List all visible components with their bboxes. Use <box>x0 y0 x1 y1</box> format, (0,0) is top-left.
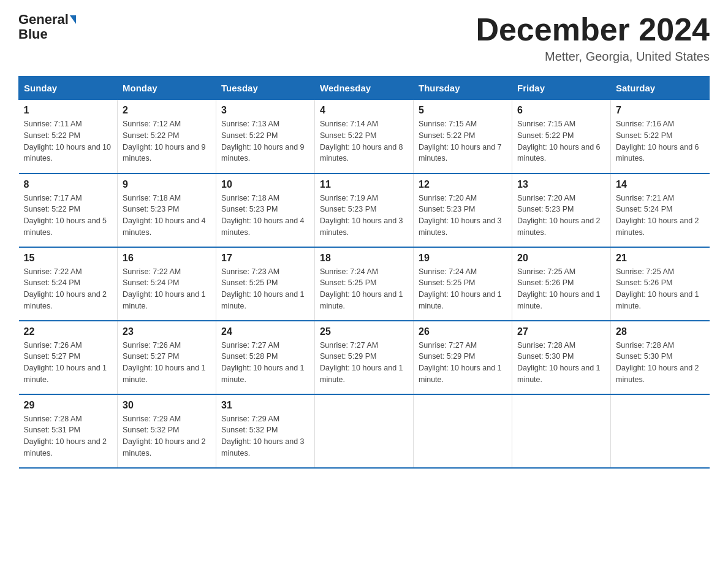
day-cell: 19 Sunrise: 7:24 AMSunset: 5:25 PMDaylig… <box>414 247 512 321</box>
day-cell: 11 Sunrise: 7:19 AMSunset: 5:23 PMDaylig… <box>315 174 414 247</box>
day-info: Sunrise: 7:29 AMSunset: 5:32 PMDaylight:… <box>123 415 206 458</box>
day-number: 1 <box>24 105 113 116</box>
day-cell: 21 Sunrise: 7:25 AMSunset: 5:26 PMDaylig… <box>611 247 710 321</box>
day-info: Sunrise: 7:26 AMSunset: 5:27 PMDaylight:… <box>123 341 206 384</box>
day-cell <box>611 394 710 468</box>
day-cell: 20 Sunrise: 7:25 AMSunset: 5:26 PMDaylig… <box>512 247 611 321</box>
day-number: 30 <box>123 400 211 411</box>
day-info: Sunrise: 7:28 AMSunset: 5:30 PMDaylight:… <box>616 341 699 384</box>
calendar-table: SundayMondayTuesdayWednesdayThursdayFrid… <box>18 76 710 469</box>
day-number: 18 <box>320 253 408 264</box>
day-info: Sunrise: 7:18 AMSunset: 5:23 PMDaylight:… <box>123 194 206 237</box>
day-info: Sunrise: 7:12 AMSunset: 5:22 PMDaylight:… <box>123 120 206 163</box>
day-info: Sunrise: 7:13 AMSunset: 5:22 PMDaylight:… <box>221 120 305 163</box>
header-wednesday: Wednesday <box>315 77 414 100</box>
logo-blue: Blue <box>18 27 48 42</box>
day-cell: 3 Sunrise: 7:13 AMSunset: 5:22 PMDayligh… <box>216 100 315 174</box>
day-number: 8 <box>24 179 113 190</box>
day-number: 21 <box>616 253 705 264</box>
day-number: 17 <box>221 253 309 264</box>
day-cell: 22 Sunrise: 7:26 AMSunset: 5:27 PMDaylig… <box>19 321 118 394</box>
day-cell: 15 Sunrise: 7:22 AMSunset: 5:24 PMDaylig… <box>19 247 118 321</box>
day-cell: 6 Sunrise: 7:15 AMSunset: 5:22 PMDayligh… <box>512 100 611 174</box>
day-number: 22 <box>24 326 113 337</box>
day-number: 11 <box>320 179 408 190</box>
logo-triangle-icon <box>70 15 76 24</box>
day-number: 14 <box>616 179 705 190</box>
day-info: Sunrise: 7:28 AMSunset: 5:30 PMDaylight:… <box>517 341 601 384</box>
day-info: Sunrise: 7:23 AMSunset: 5:25 PMDaylight:… <box>221 267 305 310</box>
day-number: 31 <box>221 400 309 411</box>
day-cell: 28 Sunrise: 7:28 AMSunset: 5:30 PMDaylig… <box>611 321 710 394</box>
week-row-2: 8 Sunrise: 7:17 AMSunset: 5:22 PMDayligh… <box>19 174 710 247</box>
day-cell: 17 Sunrise: 7:23 AMSunset: 5:25 PMDaylig… <box>216 247 315 321</box>
day-cell: 13 Sunrise: 7:20 AMSunset: 5:23 PMDaylig… <box>512 174 611 247</box>
day-info: Sunrise: 7:26 AMSunset: 5:27 PMDaylight:… <box>24 341 107 384</box>
day-number: 10 <box>221 179 309 190</box>
location-title: Metter, Georgia, United States <box>476 50 710 64</box>
day-number: 24 <box>221 326 309 337</box>
day-info: Sunrise: 7:27 AMSunset: 5:29 PMDaylight:… <box>320 341 403 384</box>
logo: General Blue <box>18 12 76 42</box>
day-cell: 2 Sunrise: 7:12 AMSunset: 5:22 PMDayligh… <box>118 100 216 174</box>
title-area: December 2024 Metter, Georgia, United St… <box>476 12 710 64</box>
day-info: Sunrise: 7:27 AMSunset: 5:28 PMDaylight:… <box>221 341 305 384</box>
day-number: 4 <box>320 105 408 116</box>
day-cell: 8 Sunrise: 7:17 AMSunset: 5:22 PMDayligh… <box>19 174 118 247</box>
header-sunday: Sunday <box>19 77 118 100</box>
day-cell: 12 Sunrise: 7:20 AMSunset: 5:23 PMDaylig… <box>414 174 512 247</box>
day-info: Sunrise: 7:21 AMSunset: 5:24 PMDaylight:… <box>616 194 699 237</box>
day-number: 3 <box>221 105 309 116</box>
day-info: Sunrise: 7:16 AMSunset: 5:22 PMDaylight:… <box>616 120 699 163</box>
day-cell: 23 Sunrise: 7:26 AMSunset: 5:27 PMDaylig… <box>118 321 216 394</box>
day-number: 28 <box>616 326 705 337</box>
day-number: 12 <box>419 179 507 190</box>
day-number: 13 <box>517 179 605 190</box>
day-number: 23 <box>123 326 211 337</box>
day-number: 25 <box>320 326 408 337</box>
day-cell: 26 Sunrise: 7:27 AMSunset: 5:29 PMDaylig… <box>414 321 512 394</box>
day-number: 9 <box>123 179 211 190</box>
day-number: 26 <box>419 326 507 337</box>
day-cell: 18 Sunrise: 7:24 AMSunset: 5:25 PMDaylig… <box>315 247 414 321</box>
header-friday: Friday <box>512 77 611 100</box>
day-number: 29 <box>24 400 113 411</box>
header-saturday: Saturday <box>611 77 710 100</box>
day-cell <box>512 394 611 468</box>
day-cell <box>315 394 414 468</box>
day-info: Sunrise: 7:20 AMSunset: 5:23 PMDaylight:… <box>517 194 601 237</box>
day-number: 20 <box>517 253 605 264</box>
day-number: 6 <box>517 105 605 116</box>
day-cell: 9 Sunrise: 7:18 AMSunset: 5:23 PMDayligh… <box>118 174 216 247</box>
day-info: Sunrise: 7:29 AMSunset: 5:32 PMDaylight:… <box>221 415 305 458</box>
day-info: Sunrise: 7:24 AMSunset: 5:25 PMDaylight:… <box>419 267 502 310</box>
day-info: Sunrise: 7:17 AMSunset: 5:22 PMDaylight:… <box>24 194 107 237</box>
week-row-5: 29 Sunrise: 7:28 AMSunset: 5:31 PMDaylig… <box>19 394 710 468</box>
header-row: SundayMondayTuesdayWednesdayThursdayFrid… <box>19 77 710 100</box>
day-info: Sunrise: 7:15 AMSunset: 5:22 PMDaylight:… <box>419 120 502 163</box>
day-cell: 25 Sunrise: 7:27 AMSunset: 5:29 PMDaylig… <box>315 321 414 394</box>
day-info: Sunrise: 7:20 AMSunset: 5:23 PMDaylight:… <box>419 194 502 237</box>
day-number: 16 <box>123 253 211 264</box>
logo-general: General <box>18 12 69 27</box>
day-cell: 10 Sunrise: 7:18 AMSunset: 5:23 PMDaylig… <box>216 174 315 247</box>
page-header: General Blue December 2024 Metter, Georg… <box>18 12 710 64</box>
day-number: 7 <box>616 105 705 116</box>
day-info: Sunrise: 7:28 AMSunset: 5:31 PMDaylight:… <box>24 415 107 458</box>
day-number: 5 <box>419 105 507 116</box>
day-info: Sunrise: 7:22 AMSunset: 5:24 PMDaylight:… <box>24 267 107 310</box>
day-number: 27 <box>517 326 605 337</box>
day-cell: 4 Sunrise: 7:14 AMSunset: 5:22 PMDayligh… <box>315 100 414 174</box>
day-cell <box>414 394 512 468</box>
day-cell: 31 Sunrise: 7:29 AMSunset: 5:32 PMDaylig… <box>216 394 315 468</box>
day-cell: 7 Sunrise: 7:16 AMSunset: 5:22 PMDayligh… <box>611 100 710 174</box>
day-cell: 30 Sunrise: 7:29 AMSunset: 5:32 PMDaylig… <box>118 394 216 468</box>
day-info: Sunrise: 7:27 AMSunset: 5:29 PMDaylight:… <box>419 341 502 384</box>
day-number: 19 <box>419 253 507 264</box>
day-info: Sunrise: 7:25 AMSunset: 5:26 PMDaylight:… <box>517 267 601 310</box>
day-info: Sunrise: 7:15 AMSunset: 5:22 PMDaylight:… <box>517 120 601 163</box>
day-cell: 5 Sunrise: 7:15 AMSunset: 5:22 PMDayligh… <box>414 100 512 174</box>
day-info: Sunrise: 7:14 AMSunset: 5:22 PMDaylight:… <box>320 120 403 163</box>
day-info: Sunrise: 7:19 AMSunset: 5:23 PMDaylight:… <box>320 194 403 237</box>
day-cell: 14 Sunrise: 7:21 AMSunset: 5:24 PMDaylig… <box>611 174 710 247</box>
